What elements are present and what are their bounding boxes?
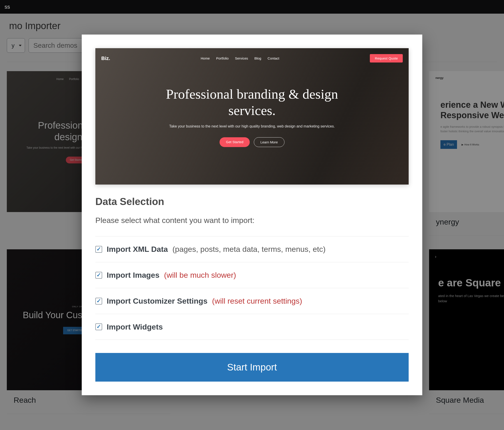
preview-get-started: Get Started [220,137,250,147]
option-label[interactable]: Import Customizer Settings [107,297,207,305]
admin-bar-title: ss [5,4,10,10]
demo-preview: Biz. Home Portfolio Services Blog Contac… [95,48,409,185]
start-import-button[interactable]: Start Import [95,353,409,382]
option-checkbox[interactable] [95,246,102,253]
modal-overlay[interactable]: Biz. Home Portfolio Services Blog Contac… [0,14,504,430]
option-label[interactable]: Import XML Data [107,245,168,254]
option-checkbox[interactable] [95,272,102,279]
admin-bar: ss [0,0,504,14]
option-note: (pages, posts, meta data, terms, menus, … [172,245,326,254]
import-option: Import XML Data(pages, posts, meta data,… [95,236,409,262]
modal-title: Data Selection [95,196,409,207]
preview-sub: Take your business to the next level wit… [169,124,335,129]
import-option: Import Images(will be much slower) [95,262,409,288]
preview-learn-more: Learn More [254,137,284,147]
option-note: (will reset current settings) [212,297,302,305]
start-import-label: Start Import [227,362,277,373]
option-note: (will be much slower) [164,271,236,280]
preview-hero: Professional branding & design services.… [95,48,409,185]
option-checkbox[interactable] [95,298,102,305]
modal-instruction: Please select what content you want to i… [95,216,409,225]
page-content: mo Importer y Home Portfolio Services Bl… [0,14,504,430]
import-option: Import Customizer Settings(will reset cu… [95,288,409,314]
import-option: Import Widgets [95,314,409,340]
option-label[interactable]: Import Widgets [107,322,163,331]
import-modal: Biz. Home Portfolio Services Blog Contac… [82,35,422,395]
preview-heading: Professional branding & design services. [154,86,350,119]
option-label[interactable]: Import Images [107,271,159,280]
option-checkbox[interactable] [95,323,102,330]
